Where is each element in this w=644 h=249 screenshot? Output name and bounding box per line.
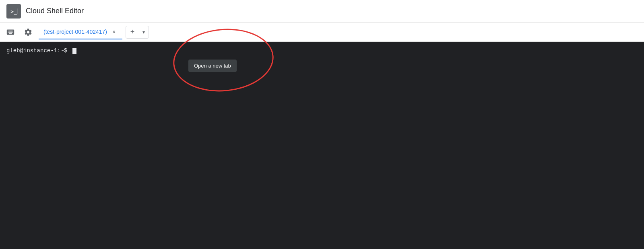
header-logo: >_ Cloud Shell Editor — [6, 4, 84, 19]
settings-button[interactable] — [21, 25, 35, 39]
new-tab-button[interactable]: + — [126, 26, 139, 39]
terminal-prompt: gleb@instance-1:~$ — [6, 47, 638, 55]
cloud-shell-logo-icon: >_ — [6, 4, 21, 19]
header: >_ Cloud Shell Editor — [0, 0, 644, 23]
app-title: Cloud Shell Editor — [26, 7, 84, 15]
new-tab-dropdown-button[interactable]: ▾ — [139, 26, 149, 39]
keyboard-button[interactable] — [3, 25, 18, 39]
prompt-text: gleb@instance-1:~$ — [6, 47, 67, 55]
terminal-cursor — [72, 48, 76, 54]
tab-bar-left: (test-project-001-402417) × + ▾ — [3, 25, 149, 39]
new-tab-group: + ▾ — [126, 26, 149, 39]
tab-label: (test-project-001-402417) — [43, 29, 107, 35]
tab-close-button[interactable]: × — [110, 28, 118, 35]
terminal-area[interactable]: gleb@instance-1:~$ — [0, 42, 644, 249]
svg-text:>_: >_ — [10, 8, 17, 14]
tab-bar: (test-project-001-402417) × + ▾ — [0, 23, 644, 42]
active-tab[interactable]: (test-project-001-402417) × — [39, 25, 122, 39]
